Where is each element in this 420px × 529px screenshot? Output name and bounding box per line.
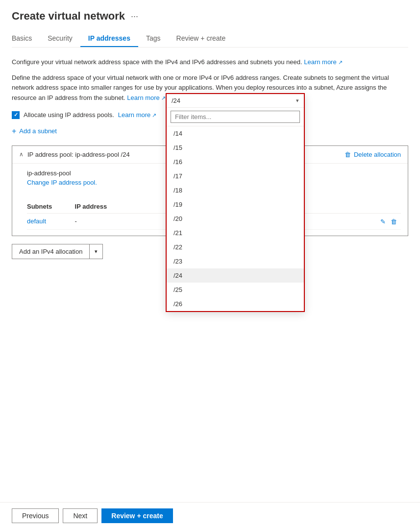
dropdown-chevron-icon: ▾ <box>296 97 299 104</box>
cidr-dropdown: /24 ▾ /14 /15 /16 /17 /18 /19 /20 /21 /2… <box>166 93 305 312</box>
dropdown-filter-input[interactable] <box>171 111 300 123</box>
dropdown-filter-container <box>167 108 304 126</box>
add-ipv4-allocation-button[interactable]: Add an IPv4 allocation ▾ <box>12 244 103 259</box>
page-title: Create virtual network <box>12 10 125 23</box>
chevron-up-icon[interactable]: ∧ <box>19 151 24 158</box>
dropdown-list: /14 /15 /16 /17 /18 /19 /20 /21 /22 /23 … <box>167 126 304 311</box>
delete-row-icon[interactable] <box>391 217 397 225</box>
tab-basics[interactable]: Basics <box>12 30 40 47</box>
description-1: Configure your virtual network address s… <box>12 57 408 67</box>
learn-more-link-1[interactable]: Learn more <box>304 58 343 66</box>
dropdown-item-15[interactable]: /15 <box>167 141 304 155</box>
allocate-checkbox[interactable]: ✓ <box>12 111 20 119</box>
dropdown-arrow-icon[interactable]: ▾ <box>90 245 102 258</box>
add-allocation-label: Add an IPv4 allocation <box>12 244 90 259</box>
tab-tags[interactable]: Tags <box>138 30 169 47</box>
row-actions <box>367 217 397 225</box>
subnets-col-header: Subnets <box>27 200 75 214</box>
plus-icon: + <box>12 127 16 136</box>
dropdown-item-18[interactable]: /18 <box>167 183 304 197</box>
edit-icon[interactable] <box>380 217 386 225</box>
dropdown-item-17[interactable]: /17 <box>167 169 304 183</box>
next-button[interactable]: Next <box>63 508 98 523</box>
delete-allocation-label: Delete allocation <box>354 151 401 158</box>
allocate-learn-more[interactable]: Learn more <box>118 111 157 119</box>
dropdown-item-16[interactable]: /16 <box>167 155 304 169</box>
dropdown-item-23[interactable]: /23 <box>167 254 304 268</box>
tab-ip-addresses[interactable]: IP addresses <box>80 30 138 47</box>
dropdown-item-22[interactable]: /22 <box>167 240 304 254</box>
dropdown-item-26[interactable]: /26 <box>167 297 304 311</box>
dropdown-selected-value: /24 <box>172 97 180 104</box>
tab-security[interactable]: Security <box>40 30 80 47</box>
dropdown-selected-row[interactable]: /24 ▾ <box>167 94 304 108</box>
subnet-name-link[interactable]: default <box>27 217 46 225</box>
actions-col-header <box>367 200 401 214</box>
subnet-ip: - <box>75 213 134 229</box>
page-menu-icon[interactable]: ··· <box>131 11 138 22</box>
ip-address-col-header: IP address <box>75 200 134 214</box>
footer: Previous Next Review + create <box>0 502 420 529</box>
change-pool-link[interactable]: Change IP address pool. <box>27 179 97 186</box>
delete-allocation-button[interactable]: Delete allocation <box>345 151 401 158</box>
dropdown-item-21[interactable]: /21 <box>167 226 304 240</box>
trash-icon <box>345 151 351 158</box>
dropdown-item-20[interactable]: /20 <box>167 212 304 226</box>
allocate-label: Allocate using IP address pools. <box>24 111 114 119</box>
previous-button[interactable]: Previous <box>12 508 59 523</box>
learn-more-link-2[interactable]: Learn more <box>127 94 166 101</box>
add-subnet-label[interactable]: Add a subnet <box>19 127 57 135</box>
dropdown-item-19[interactable]: /19 <box>167 197 304 212</box>
pool-title: IP address pool: ip-address-pool /24 <box>27 151 130 158</box>
tabs-container: Basics Security IP addresses Tags Review… <box>12 30 408 48</box>
dropdown-item-14[interactable]: /14 <box>167 126 304 141</box>
dropdown-item-24[interactable]: /24 <box>167 268 304 283</box>
review-create-button[interactable]: Review + create <box>101 508 173 523</box>
tab-review-create[interactable]: Review + create <box>169 30 234 47</box>
dropdown-item-25[interactable]: /25 <box>167 283 304 297</box>
